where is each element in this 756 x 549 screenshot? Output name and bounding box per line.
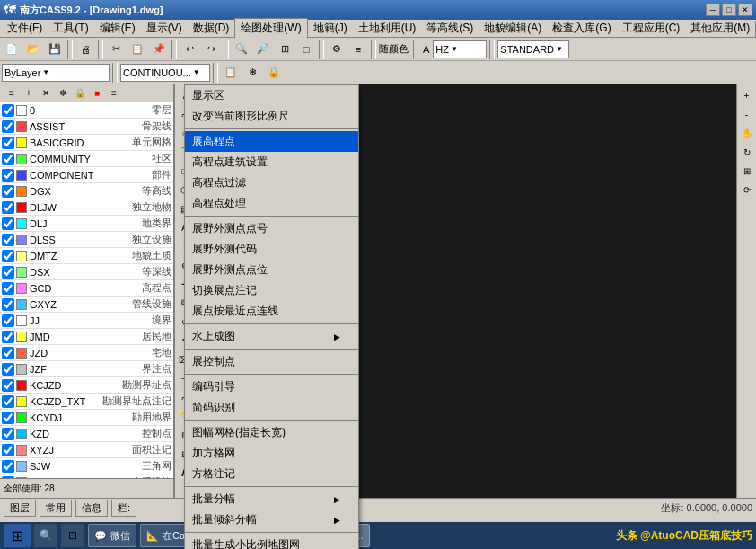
menu-project[interactable]: 工程应用(C) [617,19,686,38]
menu-item-shuishang[interactable]: 水上成图 ▶ [185,326,358,347]
menu-item-piliangqinxie[interactable]: 批量倾斜分幅 ▶ [185,509,358,530]
layer-row-12[interactable]: GXYZ管线设施 [0,297,173,313]
menu-file[interactable]: 文件(F) [2,19,48,38]
menu-item-jiafangge[interactable]: 加方格网 [185,443,358,464]
rt-zoomall[interactable]: ⊞ [738,162,756,180]
zoom-window-button[interactable]: □ [296,40,316,59]
menu-item-qiehuan[interactable]: 切换展点注记 [185,280,358,301]
lock-layer-btn[interactable]: 🔒 [72,85,88,102]
layer-visible-14[interactable] [2,331,14,343]
menu-item-display[interactable]: 显示区 [185,85,358,106]
open-button[interactable]: 📂 [23,40,43,59]
layer-visible-13[interactable] [2,314,14,327]
layer-dropdown[interactable]: ByLayer▼ [2,64,110,82]
start-button[interactable]: ⊞ [4,524,31,547]
layer-visible-20[interactable] [2,428,14,440]
status-info[interactable]: 信息 [75,500,108,517]
layer-row-3[interactable]: COMMUNITY社区 [0,151,173,167]
layer-row-6[interactable]: DLJW独立地物 [0,199,173,216]
layer-row-16[interactable]: JZF界注点 [0,361,173,377]
menu-item-tuwangge[interactable]: 图幅网格(指定长宽) [185,422,358,443]
menu-item-zhanggaochengdian[interactable]: 展高程点 [185,131,358,152]
layer-visible-16[interactable] [2,363,14,376]
zoom-in-button[interactable]: 🔍 [232,40,251,59]
linetype-layer-btn[interactable]: ≡ [106,85,122,102]
menu-drawing[interactable]: 绘图处理(W) [234,18,307,39]
layer-row-14[interactable]: JMD居民地 [0,329,173,345]
layer-row-15[interactable]: JZD宅地 [0,345,173,361]
layer-row-0[interactable]: 0零层 [0,102,173,119]
zoom-out-button[interactable]: 🔎 [253,40,273,59]
menu-item-zhanyewaidianhaoma[interactable]: 展野外测点点号 [185,218,358,239]
zoom-all-button[interactable]: ⊞ [275,40,294,59]
menu-item-gaochengchuli[interactable]: 高程点处理 [185,193,358,214]
layer-row-13[interactable]: JJ境界 [0,313,173,329]
copy-button[interactable]: 📋 [127,40,147,59]
layer-row-11[interactable]: GCD高程点 [0,280,173,297]
layers-icon-btn[interactable]: ≡ [4,85,20,102]
menu-data[interactable]: 数据(D) [188,19,235,38]
menu-tools[interactable]: 工具(T) [48,19,93,38]
layer-visible-21[interactable] [2,444,14,456]
menu-item-zhanyewaidianwei[interactable]: 展野外测点点位 [185,260,358,280]
new-layer-btn[interactable]: + [21,85,37,102]
close-button[interactable]: ✕ [738,4,752,16]
paste-button[interactable]: 📌 [149,40,169,59]
menu-contour[interactable]: 等高线(S) [421,19,479,38]
menu-item-bianyindao[interactable]: 编码引导 [185,376,358,397]
menu-item-fanggezhiji[interactable]: 方格注记 [185,464,358,484]
layer-visible-0[interactable] [2,104,14,117]
layer-visible-11[interactable] [2,282,14,295]
undo-button[interactable]: ↩ [180,40,199,59]
rt-regen[interactable]: ⟳ [738,181,756,199]
layer-row-17[interactable]: KCJZD勘测界址点 [0,377,173,394]
menu-terrain[interactable]: 地籍(J) [308,19,353,38]
layer-visible-17[interactable] [2,379,14,392]
layer-visible-19[interactable] [2,412,14,424]
freeze-layer-btn[interactable]: ❄ [55,85,71,102]
layer-row-21[interactable]: XYZJ面积注记 [0,442,173,458]
menu-item-lianxian[interactable]: 展点按最近点连线 [185,301,358,322]
layer-visible-5[interactable] [2,185,14,198]
status-bar-toggle[interactable]: 栏: [111,500,136,517]
layer-visible-9[interactable] [2,250,14,262]
linetype-dropdown[interactable]: CONTINUOU...▼ [120,64,210,82]
layer-row-5[interactable]: DGX等高线 [0,183,173,199]
taskbar-search[interactable]: 🔍 [34,524,57,547]
layer-row-2[interactable]: BASICGRID单元网格 [0,135,173,151]
matchprop-button[interactable]: ≡ [348,40,368,59]
layer-visible-22[interactable] [2,460,14,473]
menu-landuse[interactable]: 土地利用(U) [353,19,422,38]
status-common[interactable]: 常用 [40,500,72,517]
layer-row-8[interactable]: DLSS独立设施 [0,232,173,248]
layer-freeze-button[interactable]: ❄ [242,63,262,83]
layer-visible-7[interactable] [2,217,14,230]
menu-item-gaochengguolv[interactable]: 高程点过滤 [185,173,358,193]
layer-row-7[interactable]: DLJ地类界 [0,216,173,232]
redo-button[interactable]: ↪ [201,40,221,59]
menu-item-kongzhidian[interactable]: 展控制点 [185,351,358,372]
rt-pan[interactable]: ✋ [738,124,756,142]
menu-item-changescale[interactable]: 改变当前图形比例尺 [185,106,358,127]
menu-item-piliangshengcheng[interactable]: 批量生成小比例地图网 [185,535,358,549]
menu-item-gaochengjianzhu[interactable]: 高程点建筑设置 [185,152,358,173]
layer-visible-6[interactable] [2,201,14,214]
rt-zoomout[interactable]: - [738,105,756,123]
layer-row-22[interactable]: SJW三角网 [0,458,173,474]
layer-visible-1[interactable] [2,120,14,133]
menu-geomorph[interactable]: 地貌编辑(A) [479,19,547,38]
status-layers[interactable]: 图层 [4,500,36,517]
save-button[interactable]: 💾 [45,40,65,59]
rt-orbit[interactable]: ↻ [738,143,756,161]
color-layer-btn[interactable]: ■ [89,85,105,102]
minimize-button[interactable]: ─ [706,4,720,16]
properties-button[interactable]: ⚙ [327,40,347,59]
menu-other[interactable]: 其他应用(M) [685,19,755,38]
layer-row-10[interactable]: DSX等深线 [0,264,173,280]
layer-row-9[interactable]: DMTZ地貌土质 [0,248,173,264]
layer-row-4[interactable]: COMPONENT部件 [0,167,173,183]
layer-visible-4[interactable] [2,169,14,182]
layer-lock-button[interactable]: 🔒 [264,63,284,83]
layer-row-20[interactable]: KZD控制点 [0,426,173,442]
layer-visible-8[interactable] [2,234,14,246]
